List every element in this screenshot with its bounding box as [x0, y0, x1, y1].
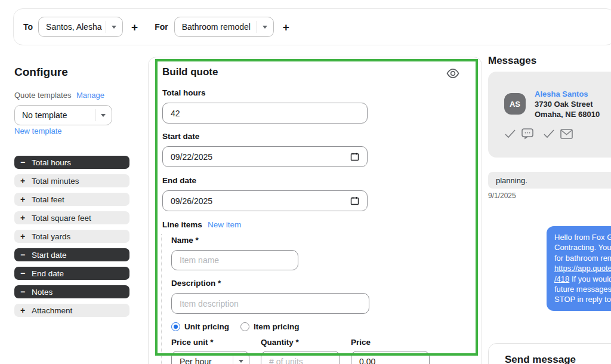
field-toggle-attachment[interactable]: + Attachment: [14, 304, 129, 317]
recipient-select[interactable]: Santos, Alesha: [38, 17, 123, 37]
outgoing-message-bubble: Hello from Fox G Contracting. You for ba…: [547, 226, 611, 311]
start-date-label: Start date: [162, 132, 199, 141]
contact-name-link[interactable]: Alesha Santos: [535, 90, 588, 98]
field-toggle-total-feet[interactable]: + Total feet: [14, 193, 129, 206]
field-toggle-total-hours[interactable]: − Total hours: [14, 156, 129, 169]
calendar-icon[interactable]: [350, 196, 359, 205]
field-toggle-notes[interactable]: − Notes: [14, 285, 129, 298]
field-toggle-total-square-feet[interactable]: + Total square feet: [14, 211, 129, 224]
item-name-label: Name *: [171, 236, 199, 245]
incoming-message-bubble: planning.: [488, 172, 611, 189]
quantity-label: Quantity *: [261, 338, 299, 347]
field-toggle-label: Total hours: [32, 158, 71, 167]
email-icon[interactable]: [559, 127, 574, 140]
end-date-label: End date: [162, 176, 196, 185]
messages-heading: Messages: [488, 55, 536, 67]
plus-icon: +: [20, 177, 26, 185]
item-description-input[interactable]: [171, 293, 369, 314]
outgoing-message-line: Contracting. You: [554, 242, 611, 252]
send-message-heading: Send message: [505, 354, 576, 364]
outgoing-message-line: Hello from Fox G: [554, 232, 611, 242]
select-divider: [106, 21, 106, 33]
select-divider: [257, 21, 257, 33]
avatar: AS: [504, 93, 526, 115]
plus-icon: +: [20, 232, 26, 240]
minus-icon: −: [20, 251, 26, 259]
field-toggle-label: Notes: [32, 288, 53, 297]
item-description-label: Description *: [171, 279, 221, 288]
line-items-label: Line items: [162, 220, 202, 229]
field-toggle-label: Total yards: [32, 232, 70, 241]
project-select[interactable]: Bathroom remodel: [174, 17, 274, 37]
chevron-down-icon: [112, 26, 116, 29]
plus-icon: +: [20, 195, 26, 203]
quote-templates-label: Quote templates: [14, 91, 71, 100]
plus-icon: +: [20, 214, 26, 222]
field-toggle-label: Total minutes: [32, 177, 79, 186]
build-quote-heading: Build quote: [162, 66, 218, 78]
check-icon: [542, 128, 556, 140]
message-timestamp: 9/1/2025: [488, 192, 516, 200]
for-label: For: [155, 22, 168, 32]
add-project-button[interactable]: +: [280, 21, 292, 33]
contact-address-line2: Omaha, NE 68010: [535, 110, 600, 119]
line-item-indent-rule: [161, 234, 162, 364]
minus-icon: −: [20, 158, 26, 166]
quote-builder-screen: To Santos, Alesha + For Bathroom remodel…: [0, 0, 611, 364]
quote-templates-row: Quote templates Manage: [14, 91, 104, 100]
outgoing-message-line: /418 If you would: [554, 274, 611, 284]
outgoing-message-line: STOP in reply to: [554, 294, 611, 304]
price-label: Price: [351, 338, 371, 347]
incoming-message-text: planning.: [496, 176, 527, 185]
check-icon: [504, 128, 517, 140]
price-unit-label: Price unit *: [171, 338, 214, 347]
preview-eye-icon[interactable]: [446, 66, 460, 81]
sms-icon[interactable]: [520, 127, 535, 141]
start-date-value: 09/22/2025: [171, 152, 212, 162]
send-message-card: Send message: [488, 343, 611, 364]
plus-icon: +: [20, 306, 26, 314]
item-pricing-label: Item pricing: [254, 322, 300, 331]
unit-pricing-radio[interactable]: [171, 322, 180, 331]
field-toggle-start-date[interactable]: − Start date: [14, 248, 129, 261]
outgoing-message-line: future messages: [554, 284, 611, 294]
price-input[interactable]: [351, 351, 430, 364]
project-select-value: Bathroom remodel: [182, 22, 251, 32]
field-toggle-total-minutes[interactable]: + Total minutes: [14, 174, 129, 187]
field-toggle-end-date[interactable]: − End date: [14, 267, 129, 280]
outgoing-message-line: for bathroom rem: [554, 253, 611, 263]
configure-heading: Configure: [14, 66, 68, 79]
quantity-input[interactable]: [261, 351, 340, 364]
chevron-down-icon: [263, 26, 267, 29]
select-divider: [233, 356, 233, 364]
new-template-link[interactable]: New template: [14, 127, 61, 135]
calendar-icon[interactable]: [350, 152, 359, 161]
chevron-down-icon: [101, 114, 106, 117]
template-select-value: No template: [22, 110, 67, 120]
to-label: To: [23, 22, 33, 32]
contact-card: AS Alesha Santos 3730 Oak Street Omaha, …: [488, 72, 611, 158]
start-date-input[interactable]: 09/22/2025: [162, 146, 368, 167]
minus-icon: −: [20, 288, 26, 296]
quote-link[interactable]: https://app.quote: [554, 263, 611, 273]
contact-address-line1: 3730 Oak Street: [535, 100, 593, 109]
field-toggle-total-yards[interactable]: + Total yards: [14, 230, 129, 243]
unit-pricing-label: Unit pricing: [184, 322, 229, 331]
chevron-down-icon: [239, 360, 243, 363]
new-template-row: New template: [14, 127, 61, 135]
pricing-mode-row: Unit pricing Item pricing: [171, 322, 300, 331]
manage-templates-link[interactable]: Manage: [76, 91, 104, 100]
add-recipient-button[interactable]: +: [129, 21, 140, 33]
template-select[interactable]: No template: [14, 105, 112, 125]
item-name-input[interactable]: [171, 250, 298, 270]
total-hours-input[interactable]: [162, 103, 368, 124]
quote-link[interactable]: /418: [554, 274, 569, 283]
recipient-bar: To Santos, Alesha + For Bathroom remodel…: [13, 8, 611, 45]
total-hours-label: Total hours: [162, 88, 206, 97]
item-pricing-radio[interactable]: [240, 322, 249, 331]
field-toggle-label: End date: [32, 269, 64, 278]
select-chevron-wrap: [227, 356, 243, 364]
new-item-link[interactable]: New item: [208, 220, 241, 229]
price-unit-select[interactable]: Per hour: [171, 351, 249, 364]
end-date-input[interactable]: 09/26/2025: [162, 190, 368, 211]
